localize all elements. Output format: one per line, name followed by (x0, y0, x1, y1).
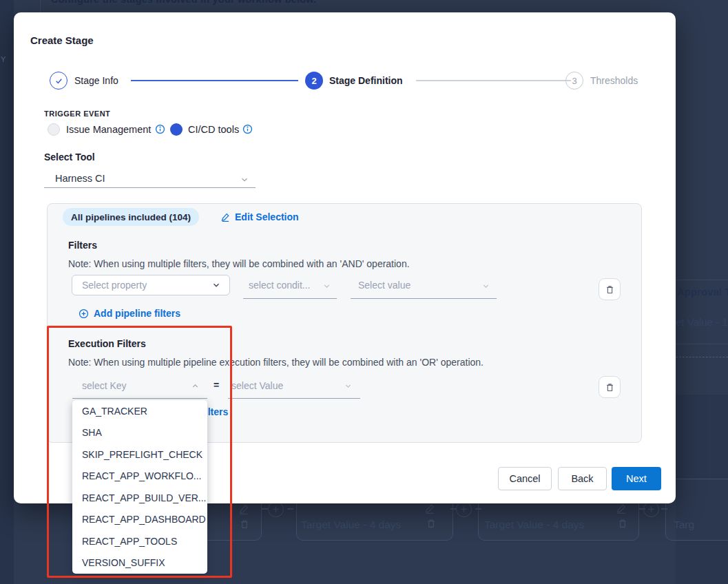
exec-value-select[interactable]: select Value (231, 380, 283, 391)
add-node-button (643, 501, 659, 517)
backdrop-card-label: Targ (674, 519, 694, 531)
trash-icon (605, 284, 615, 295)
dialog-title: Create Stage (30, 34, 94, 46)
delete-execution-filter-button[interactable] (599, 376, 621, 398)
edit-pencil-icon (616, 503, 627, 514)
chevron-down-icon[interactable] (344, 382, 353, 390)
info-icon[interactable] (155, 124, 165, 134)
equals-sign: = (214, 379, 219, 390)
backdrop-card-label: Target Value - 4 days (484, 519, 584, 531)
backdrop-connector (287, 508, 293, 510)
info-icon[interactable] (242, 124, 253, 134)
step-number: 2 (311, 76, 316, 86)
back-button[interactable]: Back (558, 467, 607, 490)
edit-selection-link[interactable]: Edit Selection (221, 208, 299, 226)
value-select[interactable]: Select value (358, 280, 410, 291)
key-select-underline (72, 398, 207, 399)
backdrop-table-header: Approval Tim (677, 286, 728, 298)
chevron-down-icon[interactable] (240, 175, 249, 185)
select-tool-label: Select Tool (44, 152, 95, 163)
cancel-button[interactable]: Cancel (498, 467, 552, 490)
step-stage-info-circle[interactable] (50, 72, 67, 90)
radio-cicd-tools[interactable] (170, 123, 183, 136)
backdrop-sidebar-label: Y (1, 55, 6, 63)
add-pipeline-filters-link[interactable]: Add pipeline filters (79, 308, 180, 319)
chevron-down-icon[interactable] (481, 282, 490, 291)
backdrop-table-line (676, 280, 728, 280)
add-pipeline-filters-label: Add pipeline filters (94, 308, 180, 319)
dropdown-option[interactable]: SHA (72, 422, 207, 444)
dropdown-option[interactable]: REACT_APP_TOOLS (72, 530, 207, 552)
screen: Y Configure the stages involved in your … (0, 0, 728, 584)
filters-title: Filters (68, 240, 97, 251)
condition-select-underline (243, 298, 337, 299)
dropdown-option[interactable]: REACT_APP_BUILD_VER... (72, 487, 207, 509)
edit-pencil-icon (239, 503, 250, 514)
add-node-button (268, 501, 284, 517)
dropdown-option[interactable]: REACT_APP_DASHBOARD (72, 509, 207, 531)
trash-icon (426, 518, 437, 529)
next-button[interactable]: Next (612, 467, 661, 490)
execution-filters-note: Note: When using multiple pipeline execu… (68, 357, 483, 368)
step-thresholds-circle[interactable]: 3 (565, 72, 583, 90)
radio-issue-management[interactable] (48, 123, 60, 136)
pipelines-included-badge: All pipelines included (104) (63, 208, 199, 226)
add-node-button (456, 501, 472, 517)
key-select[interactable]: select Key (82, 380, 127, 391)
step-stage-info-label[interactable]: Stage Info (74, 72, 118, 90)
chevron-up-icon[interactable] (191, 382, 200, 390)
step-thresholds-label[interactable]: Thresholds (590, 72, 638, 90)
check-icon (54, 76, 63, 85)
edit-pencil-icon (425, 503, 436, 514)
dropdown-option[interactable]: VERSION_SUFFIX (72, 552, 207, 574)
trigger-event-heading: TRIGGER EVENT (44, 110, 110, 118)
backdrop-sidebar (0, 0, 14, 584)
trash-icon (617, 518, 628, 529)
chevron-down-icon (211, 280, 221, 290)
chevron-down-icon[interactable] (322, 282, 331, 291)
delete-filter-button[interactable] (599, 278, 621, 300)
execution-filters-title: Execution Filters (68, 338, 146, 349)
radio-cicd-tools-label[interactable]: CI/CD tools (188, 123, 239, 136)
edit-pencil-icon (221, 212, 231, 222)
backdrop-table-line (676, 344, 728, 344)
plus-circle-icon (79, 309, 89, 319)
backdrop-card-label: Target Value - 4 days (301, 519, 401, 531)
dropdown-option[interactable]: REACT_APP_WORKFLO... (72, 466, 207, 488)
backdrop-header-text: Configure the stages involved in your wo… (51, 0, 317, 5)
backdrop-dashed-line (676, 357, 728, 357)
backdrop-connector (262, 508, 268, 510)
filters-note: Note: When using multiple filters, they … (68, 258, 410, 269)
trash-icon (605, 382, 615, 393)
dropdown-option[interactable]: SKIP_PREFLIGHT_CHECK (72, 444, 207, 466)
key-select-dropdown-menu: GA_TRACKERSHASKIP_PREFLIGHT_CHECKREACT_A… (72, 400, 207, 574)
select-property-dropdown[interactable]: Select property (72, 275, 230, 295)
condition-select[interactable]: select condit... (249, 280, 311, 291)
value-select-underline (351, 298, 497, 299)
tool-select-value[interactable]: Harness CI (55, 173, 105, 184)
radio-issue-management-label[interactable]: Issue Management (66, 123, 151, 136)
edit-selection-label: Edit Selection (235, 211, 299, 222)
backdrop-header: Configure the stages involved in your wo… (0, 0, 728, 13)
step-stage-definition-circle[interactable]: 2 (305, 72, 323, 90)
tool-select-underline (44, 187, 256, 188)
dropdown-option[interactable]: GA_TRACKER (72, 400, 207, 422)
step-stage-definition-label[interactable]: Stage Definition (329, 72, 403, 90)
stepper-connector (131, 80, 298, 81)
trash-icon (239, 519, 250, 530)
backdrop-table-cell: et Value - 1 (676, 316, 728, 328)
stepper-connector (416, 80, 571, 81)
backdrop-divider (40, 0, 41, 13)
step-number: 3 (572, 76, 576, 86)
exec-value-select-underline (228, 398, 360, 399)
select-property-placeholder: Select property (82, 280, 147, 291)
